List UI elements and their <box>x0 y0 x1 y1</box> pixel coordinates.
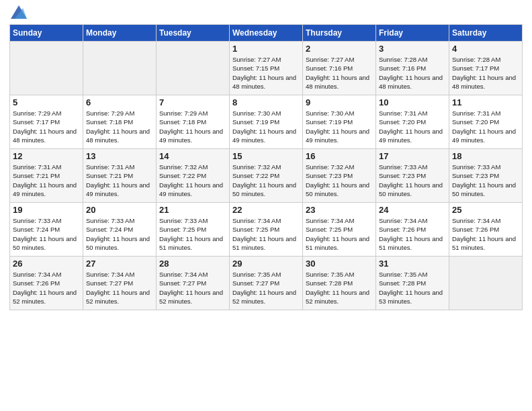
day-info: Sunrise: 7:33 AMSunset: 7:25 PMDaylight:… <box>159 216 226 252</box>
calendar-cell: 23Sunrise: 7:34 AMSunset: 7:25 PMDayligh… <box>303 203 376 257</box>
calendar-week-0: 1Sunrise: 7:27 AMSunset: 7:15 PMDaylight… <box>10 42 523 95</box>
day-number: 23 <box>306 205 373 215</box>
calendar-cell <box>83 42 157 95</box>
day-info: Sunrise: 7:33 AMSunset: 7:23 PMDaylight:… <box>379 163 446 198</box>
calendar-cell: 18Sunrise: 7:33 AMSunset: 7:23 PMDayligh… <box>449 149 523 203</box>
day-info: Sunrise: 7:30 AMSunset: 7:19 PMDaylight:… <box>232 109 300 144</box>
day-number: 3 <box>379 44 446 54</box>
day-info: Sunrise: 7:31 AMSunset: 7:21 PMDaylight:… <box>13 163 80 198</box>
day-number: 22 <box>232 205 300 215</box>
calendar: SundayMondayTuesdayWednesdayThursdayFrid… <box>9 24 523 310</box>
day-number: 10 <box>379 97 446 107</box>
calendar-cell: 16Sunrise: 7:32 AMSunset: 7:23 PMDayligh… <box>303 149 376 203</box>
day-info: Sunrise: 7:29 AMSunset: 7:18 PMDaylight:… <box>86 109 153 144</box>
calendar-cell: 20Sunrise: 7:33 AMSunset: 7:24 PMDayligh… <box>83 203 157 257</box>
day-info: Sunrise: 7:34 AMSunset: 7:27 PMDaylight:… <box>86 270 153 306</box>
day-info: Sunrise: 7:31 AMSunset: 7:20 PMDaylight:… <box>452 109 519 144</box>
day-number: 27 <box>86 259 153 269</box>
calendar-cell: 12Sunrise: 7:31 AMSunset: 7:21 PMDayligh… <box>10 149 83 203</box>
day-info: Sunrise: 7:30 AMSunset: 7:19 PMDaylight:… <box>306 109 373 144</box>
calendar-cell: 22Sunrise: 7:34 AMSunset: 7:25 PMDayligh… <box>230 203 303 257</box>
day-info: Sunrise: 7:34 AMSunset: 7:25 PMDaylight:… <box>232 216 300 252</box>
calendar-week-2: 12Sunrise: 7:31 AMSunset: 7:21 PMDayligh… <box>10 149 523 203</box>
day-info: Sunrise: 7:27 AMSunset: 7:16 PMDaylight:… <box>306 55 373 91</box>
calendar-cell: 6Sunrise: 7:29 AMSunset: 7:18 PMDaylight… <box>83 95 157 149</box>
day-info: Sunrise: 7:35 AMSunset: 7:28 PMDaylight:… <box>379 270 446 306</box>
day-info: Sunrise: 7:28 AMSunset: 7:17 PMDaylight:… <box>452 55 519 91</box>
day-info: Sunrise: 7:35 AMSunset: 7:27 PMDaylight:… <box>232 270 300 306</box>
calendar-week-4: 26Sunrise: 7:34 AMSunset: 7:26 PMDayligh… <box>10 257 523 310</box>
day-number: 4 <box>452 44 519 54</box>
calendar-cell: 3Sunrise: 7:28 AMSunset: 7:16 PMDaylight… <box>376 42 449 95</box>
day-info: Sunrise: 7:28 AMSunset: 7:16 PMDaylight:… <box>379 55 446 91</box>
day-number: 18 <box>452 151 519 161</box>
day-info: Sunrise: 7:33 AMSunset: 7:23 PMDaylight:… <box>452 163 519 198</box>
calendar-cell: 31Sunrise: 7:35 AMSunset: 7:28 PMDayligh… <box>376 257 449 310</box>
calendar-cell: 10Sunrise: 7:31 AMSunset: 7:20 PMDayligh… <box>376 95 449 149</box>
calendar-cell: 11Sunrise: 7:31 AMSunset: 7:20 PMDayligh… <box>449 95 523 149</box>
day-info: Sunrise: 7:34 AMSunset: 7:27 PMDaylight:… <box>159 270 226 306</box>
calendar-cell: 28Sunrise: 7:34 AMSunset: 7:27 PMDayligh… <box>157 257 230 310</box>
day-number: 31 <box>379 259 446 269</box>
day-info: Sunrise: 7:31 AMSunset: 7:21 PMDaylight:… <box>86 163 153 198</box>
calendar-cell: 17Sunrise: 7:33 AMSunset: 7:23 PMDayligh… <box>376 149 449 203</box>
calendar-header-row: SundayMondayTuesdayWednesdayThursdayFrid… <box>10 25 523 42</box>
calendar-cell: 14Sunrise: 7:32 AMSunset: 7:22 PMDayligh… <box>157 149 230 203</box>
day-number: 6 <box>86 97 153 107</box>
day-info: Sunrise: 7:35 AMSunset: 7:28 PMDaylight:… <box>306 270 373 306</box>
day-info: Sunrise: 7:29 AMSunset: 7:18 PMDaylight:… <box>159 109 226 144</box>
calendar-cell: 27Sunrise: 7:34 AMSunset: 7:27 PMDayligh… <box>83 257 157 310</box>
calendar-cell: 9Sunrise: 7:30 AMSunset: 7:19 PMDaylight… <box>303 95 376 149</box>
day-number: 7 <box>159 97 226 107</box>
day-number: 15 <box>232 151 300 161</box>
page-header <box>9 7 523 19</box>
calendar-cell: 5Sunrise: 7:29 AMSunset: 7:17 PMDaylight… <box>10 95 83 149</box>
day-number: 13 <box>86 151 153 161</box>
calendar-cell: 21Sunrise: 7:33 AMSunset: 7:25 PMDayligh… <box>157 203 230 257</box>
calendar-cell <box>10 42 83 95</box>
day-info: Sunrise: 7:32 AMSunset: 7:22 PMDaylight:… <box>159 163 226 198</box>
day-number: 21 <box>159 205 226 215</box>
day-info: Sunrise: 7:33 AMSunset: 7:24 PMDaylight:… <box>86 216 153 252</box>
calendar-cell: 25Sunrise: 7:34 AMSunset: 7:26 PMDayligh… <box>449 203 523 257</box>
day-number: 24 <box>379 205 446 215</box>
calendar-cell: 7Sunrise: 7:29 AMSunset: 7:18 PMDaylight… <box>157 95 230 149</box>
day-number: 19 <box>13 205 80 215</box>
day-number: 11 <box>452 97 519 107</box>
header-friday: Friday <box>376 25 449 42</box>
day-info: Sunrise: 7:32 AMSunset: 7:23 PMDaylight:… <box>306 163 373 198</box>
day-number: 9 <box>306 97 373 107</box>
day-number: 8 <box>232 97 300 107</box>
day-number: 28 <box>159 259 226 269</box>
calendar-cell: 13Sunrise: 7:31 AMSunset: 7:21 PMDayligh… <box>83 149 157 203</box>
day-info: Sunrise: 7:34 AMSunset: 7:25 PMDaylight:… <box>306 216 373 252</box>
day-number: 30 <box>306 259 373 269</box>
logo <box>9 7 27 19</box>
header-sunday: Sunday <box>10 25 83 42</box>
header-monday: Monday <box>83 25 157 42</box>
day-info: Sunrise: 7:31 AMSunset: 7:20 PMDaylight:… <box>379 109 446 144</box>
day-number: 5 <box>13 97 80 107</box>
calendar-cell <box>449 257 523 310</box>
day-number: 20 <box>86 205 153 215</box>
day-number: 25 <box>452 205 519 215</box>
header-tuesday: Tuesday <box>157 25 230 42</box>
day-number: 26 <box>13 259 80 269</box>
calendar-cell: 29Sunrise: 7:35 AMSunset: 7:27 PMDayligh… <box>230 257 303 310</box>
day-info: Sunrise: 7:32 AMSunset: 7:22 PMDaylight:… <box>232 163 300 198</box>
calendar-cell: 26Sunrise: 7:34 AMSunset: 7:26 PMDayligh… <box>10 257 83 310</box>
day-info: Sunrise: 7:34 AMSunset: 7:26 PMDaylight:… <box>452 216 519 252</box>
day-number: 29 <box>232 259 300 269</box>
calendar-cell: 2Sunrise: 7:27 AMSunset: 7:16 PMDaylight… <box>303 42 376 95</box>
day-info: Sunrise: 7:34 AMSunset: 7:26 PMDaylight:… <box>13 270 80 306</box>
calendar-cell: 24Sunrise: 7:34 AMSunset: 7:26 PMDayligh… <box>376 203 449 257</box>
header-wednesday: Wednesday <box>230 25 303 42</box>
calendar-cell: 1Sunrise: 7:27 AMSunset: 7:15 PMDaylight… <box>230 42 303 95</box>
day-info: Sunrise: 7:29 AMSunset: 7:17 PMDaylight:… <box>13 109 80 144</box>
calendar-week-1: 5Sunrise: 7:29 AMSunset: 7:17 PMDaylight… <box>10 95 523 149</box>
calendar-cell: 8Sunrise: 7:30 AMSunset: 7:19 PMDaylight… <box>230 95 303 149</box>
day-number: 16 <box>306 151 373 161</box>
calendar-cell: 19Sunrise: 7:33 AMSunset: 7:24 PMDayligh… <box>10 203 83 257</box>
day-number: 1 <box>232 44 300 54</box>
calendar-cell: 30Sunrise: 7:35 AMSunset: 7:28 PMDayligh… <box>303 257 376 310</box>
